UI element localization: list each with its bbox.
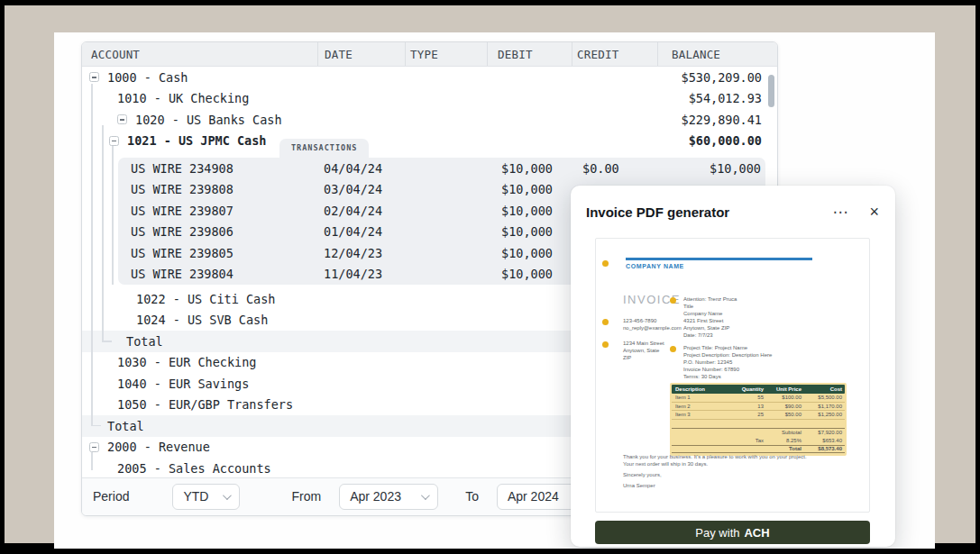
column-header-debit: DEBIT <box>487 42 572 66</box>
cell: 55 <box>737 395 764 400</box>
text-line: Project Description: Description Here <box>683 351 772 359</box>
collapse-toggle-icon[interactable] <box>89 72 99 82</box>
collapse-toggle-icon[interactable] <box>109 136 119 146</box>
transaction-description: US WIRE 239804 <box>118 267 317 281</box>
transaction-debit: $10,000 <box>487 182 572 196</box>
transaction-date: 12/04/23 <box>317 246 405 260</box>
cell: Tax <box>737 438 764 443</box>
account-row[interactable]: 1010 - UK Checking$54,012.93 <box>82 88 777 110</box>
to-value: Apr 2024 <box>508 489 559 504</box>
cell: $653.40 <box>801 438 845 443</box>
text-line: Attention: Trenz Pruca <box>683 295 737 303</box>
transaction-debit: $10,000 <box>487 246 572 260</box>
cell: $90.00 <box>764 404 801 409</box>
account-label: 1024 - US SVB Cash <box>136 313 268 327</box>
account-label: 1021 - US JPMC Cash <box>127 133 266 148</box>
close-icon[interactable]: × <box>869 204 879 220</box>
from-select[interactable]: Apr 2023 <box>339 484 438 510</box>
collapse-toggle-icon[interactable] <box>89 442 99 452</box>
cell: Item 2 <box>672 404 737 409</box>
text-line: Your next order will ship in 30 days. <box>623 460 807 468</box>
account-cell: 2005 - Sales Accounts <box>82 461 655 476</box>
overflow-menu-icon[interactable]: ⋯ <box>832 204 847 220</box>
account-label: 1030 - EUR Checking <box>117 355 256 369</box>
cell: $8,573.40 <box>801 446 845 451</box>
text-line: 123-456-7890 <box>623 317 682 324</box>
text-line: Date: 7/7/23 <box>683 331 737 339</box>
cell: Unit Price <box>764 386 801 392</box>
transaction-balance: $10,000 <box>657 161 765 176</box>
text-line: Anytown, State ZIP <box>683 324 737 331</box>
account-cell: 1022 - US Citi Cash <box>82 292 655 306</box>
cell: Subtotal <box>764 430 801 435</box>
tree-line <box>112 146 114 285</box>
text-line: Company Name <box>683 310 737 317</box>
account-row[interactable]: 1021 - US JPMC Cash$60,000.00 <box>82 131 777 152</box>
account-label: Total <box>126 334 163 349</box>
screenshot-frame: ACCOUNTDATETYPEDEBITCREDITBALANCE 1000 -… <box>0 0 980 554</box>
tree-connector <box>91 425 101 427</box>
total-row: Total$8,573.40 <box>672 445 845 454</box>
invoice-header-rule <box>626 258 812 260</box>
pay-button-strong: ACH <box>744 526 769 540</box>
column-header-date: DATE <box>317 42 405 66</box>
invoice-project-block: Project Title: Project NameProject Descr… <box>683 344 772 380</box>
tree-connector <box>102 341 112 342</box>
cell: Quantity <box>737 386 764 392</box>
from-label: From <box>291 489 321 504</box>
app-canvas: ACCOUNTDATETYPEDEBITCREDITBALANCE 1000 -… <box>54 32 935 549</box>
text-line: Terms: 30 Days <box>683 373 772 380</box>
cell: $100.00 <box>764 395 801 400</box>
account-row[interactable]: 1020 - US Banks Cash$229,890.41 <box>82 109 777 131</box>
table-header: ACCOUNTDATETYPEDEBITCREDITBALANCE <box>82 42 777 67</box>
period-label: Period <box>93 489 129 504</box>
cell: 8.25% <box>764 438 801 443</box>
bullet-icon <box>602 260 609 267</box>
account-cell: Total <box>82 419 655 433</box>
invoice-preview: COMPANY NAME INVOICE 123-456-7890no_repl… <box>595 238 870 513</box>
account-cell: 1000 - Cash <box>82 70 655 85</box>
modal-header: Invoice PDF generator ⋯ × <box>571 186 895 238</box>
account-label: 1050 - EUR/GBP Transfers <box>117 397 293 412</box>
text-line: 1234 Main Street <box>623 340 664 347</box>
cell: $50.00 <box>764 412 801 417</box>
transaction-debit: $10,000 <box>487 161 572 176</box>
collapse-toggle-icon[interactable] <box>117 114 127 124</box>
column-header-balance: BALANCE <box>657 42 777 66</box>
period-select[interactable]: YTD <box>172 484 240 510</box>
balance-cell: $54,012.93 <box>655 91 777 105</box>
account-label: Total <box>107 419 144 433</box>
line-item-row: Item 155$100.00$5,500.00 <box>672 394 845 403</box>
cell: Total <box>764 446 801 451</box>
pay-with-ach-button[interactable]: Pay with ACH <box>595 521 870 544</box>
transaction-description: US WIRE 239806 <box>118 224 317 239</box>
cell: $7,920.00 <box>801 430 845 435</box>
scrollbar-thumb[interactable] <box>768 75 774 107</box>
bullet-icon <box>670 346 676 352</box>
cell: $1,170.00 <box>801 404 845 409</box>
transaction-debit: $10,000 <box>487 224 572 239</box>
line-item-row: Item 213$90.00$1,170.00 <box>672 403 845 412</box>
account-cell: 1050 - EUR/GBP Transfers <box>82 397 655 412</box>
account-row[interactable]: 1000 - Cash$530,209.00 <box>82 67 777 88</box>
transaction-description: US WIRE 239807 <box>118 204 317 218</box>
cell: 13 <box>737 404 764 409</box>
text-line: Sincerely yours, <box>623 471 807 478</box>
account-cell: 2000 - Revenue <box>82 440 655 454</box>
text-line: ZIP <box>623 354 664 361</box>
bullet-icon <box>602 319 609 325</box>
transaction-date: 04/04/24 <box>317 161 405 176</box>
transaction-row[interactable]: US WIRE 23490804/04/24$10,000$0.00$10,00… <box>118 158 765 179</box>
text-line: Thank you for your business. It's a plea… <box>623 453 807 460</box>
account-label: 1010 - UK Checking <box>117 91 249 105</box>
bullet-icon <box>602 341 609 348</box>
chevron-down-icon <box>421 491 430 500</box>
transaction-credit: $0.00 <box>572 161 657 176</box>
cell: 25 <box>737 412 764 417</box>
cell: Description <box>672 386 737 392</box>
transactions-tab[interactable]: TRANSACTIONS <box>279 139 369 158</box>
account-label: 1022 - US Citi Cash <box>136 292 275 306</box>
period-value: YTD <box>183 489 208 504</box>
blank-row <box>672 420 845 428</box>
text-line: Invoice Number: 67890 <box>683 366 772 373</box>
